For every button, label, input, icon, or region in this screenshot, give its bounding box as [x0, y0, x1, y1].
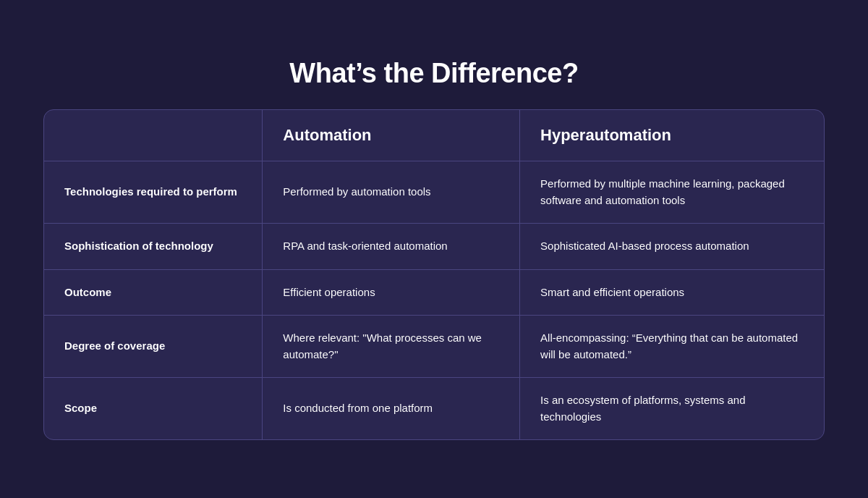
row-hyperautomation-1: Sophisticated AI-based process automatio… [520, 224, 824, 270]
row-automation-3: Where relevant: "What processes can we a… [263, 316, 520, 378]
page-title: What’s the Difference? [289, 58, 578, 89]
header-col3-hyperautomation: Hyperautomation [520, 110, 824, 161]
table-header-row: Automation Hyperautomation [44, 110, 824, 161]
row-hyperautomation-2: Smart and efficient operations [520, 269, 824, 316]
table-row: Sophistication of technologyRPA and task… [44, 224, 824, 270]
row-automation-4: Is conducted from one platform [263, 378, 520, 440]
header-col2-automation: Automation [263, 110, 520, 161]
table-row: Technologies required to performPerforme… [44, 161, 824, 224]
comparison-table-container: Automation Hyperautomation Technologies … [43, 109, 825, 440]
table-row: ScopeIs conducted from one platformIs an… [44, 378, 824, 440]
row-hyperautomation-0: Performed by multiple machine learning, … [520, 161, 824, 224]
table-row: Degree of coverageWhere relevant: "What … [44, 316, 824, 378]
row-automation-2: Efficient operations [263, 269, 520, 316]
row-label-0: Technologies required to perform [44, 161, 263, 224]
row-label-4: Scope [44, 378, 263, 440]
table-row: OutcomeEfficient operationsSmart and eff… [44, 269, 824, 316]
row-automation-1: RPA and task-oriented automation [263, 224, 520, 270]
row-hyperautomation-4: Is an ecosystem of platforms, systems an… [520, 378, 824, 440]
row-automation-0: Performed by automation tools [263, 161, 520, 224]
row-label-1: Sophistication of technology [44, 224, 263, 270]
row-label-2: Outcome [44, 269, 263, 316]
row-label-3: Degree of coverage [44, 316, 263, 378]
row-hyperautomation-3: All-encompassing: “Everything that can b… [520, 316, 824, 378]
header-col1 [44, 110, 263, 161]
comparison-table: Automation Hyperautomation Technologies … [44, 110, 824, 439]
